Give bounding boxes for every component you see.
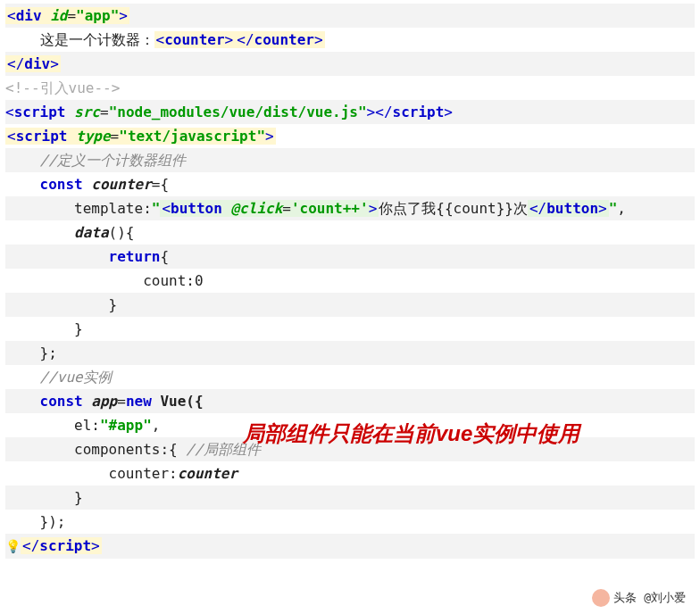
- code-line: const app=new Vue({: [5, 389, 695, 413]
- prop-el: el: [74, 417, 91, 434]
- html-comment: <!--引入vue-->: [5, 79, 120, 96]
- code-line: </div>: [5, 52, 695, 76]
- ctor-vue: Vue({: [160, 393, 203, 410]
- tag-button: button: [171, 200, 222, 217]
- tag-div: div: [16, 7, 42, 24]
- code-line: //定义一个计数器组件: [5, 148, 695, 172]
- js-comment: //vue实例: [40, 369, 112, 386]
- code-line: return{: [5, 245, 695, 269]
- code-line: <script src="node_modules/vue/dist/vue.j…: [5, 100, 695, 124]
- js-comment: //定义一个计数器组件: [40, 152, 186, 169]
- comp-val: counter: [178, 465, 238, 482]
- ident-counter: counter: [91, 176, 151, 193]
- code-line: }: [5, 485, 695, 510]
- code-line: //vue实例: [5, 365, 695, 389]
- kw-const: const: [40, 176, 83, 193]
- code-line: };: [5, 341, 695, 365]
- el-value: "#app": [100, 417, 152, 434]
- code-line: });: [5, 510, 695, 534]
- src-value: "node_modules/vue/dist/vue.js": [109, 104, 367, 120]
- tag-counter: counter: [164, 31, 224, 48]
- code-line: }: [5, 317, 695, 341]
- watermark-text: 头条 @刘小爱: [613, 590, 686, 606]
- code-line: 💡</script>: [5, 534, 695, 559]
- kw-new: new: [126, 393, 152, 410]
- tag-script: script: [14, 104, 66, 120]
- code-line: <div id="app">: [5, 4, 695, 28]
- code-line: template:"<button @click='count++'>你点了我{…: [5, 196, 695, 220]
- text-label: 这是一个计数器：: [40, 31, 154, 48]
- code-block: <div id="app"> 这是一个计数器：<counter></counte…: [0, 0, 700, 562]
- code-line: counter:counter: [5, 461, 695, 485]
- prop-count: count: [143, 272, 186, 289]
- angle-open: <: [7, 7, 16, 24]
- watermark: 头条 @刘小爱: [587, 587, 691, 609]
- button-text: 你点了我{{count}}次: [379, 200, 528, 217]
- code-line: <script type="text/javascript">: [5, 124, 695, 148]
- prop-template: template: [74, 200, 143, 217]
- code-line: count:0: [5, 269, 695, 293]
- annotation-text: 局部组件只能在当前vue实例中使用: [243, 419, 579, 448]
- avatar-icon: [592, 589, 610, 607]
- ident-app: app: [91, 393, 117, 410]
- code-line: <!--引入vue-->: [5, 76, 695, 100]
- code-line: 这是一个计数器：<counter></counter>: [5, 28, 695, 52]
- kw-return: return: [109, 248, 161, 265]
- comp-key: counter: [109, 465, 169, 482]
- prop-components: components: [74, 441, 160, 458]
- code-line: }: [5, 293, 695, 317]
- prop-data: data: [74, 224, 109, 241]
- code-line: const counter={: [5, 172, 695, 196]
- num-zero: 0: [195, 272, 204, 289]
- attr-click: @click: [230, 200, 282, 217]
- code-line: data(){: [5, 220, 695, 245]
- attr-id: id: [50, 7, 67, 24]
- attr-value: "app": [76, 7, 119, 24]
- lightbulb-icon: 💡: [5, 539, 21, 553]
